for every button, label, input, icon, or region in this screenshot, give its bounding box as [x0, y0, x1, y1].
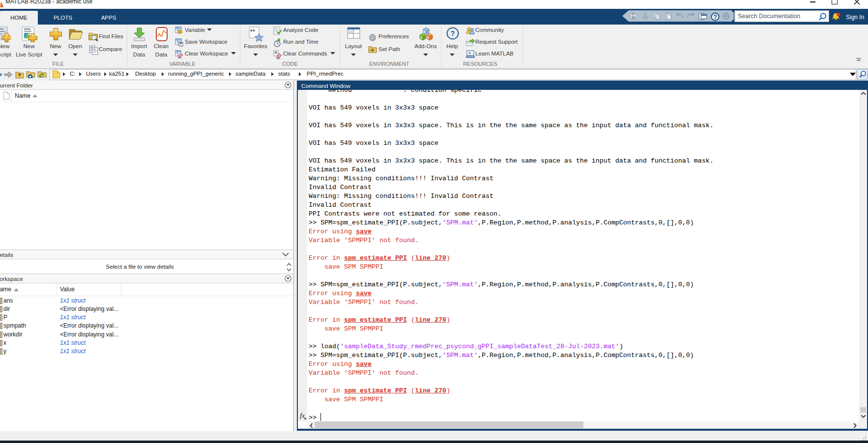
svg-text:?: ? [713, 14, 717, 21]
svg-text:?: ? [451, 29, 455, 37]
